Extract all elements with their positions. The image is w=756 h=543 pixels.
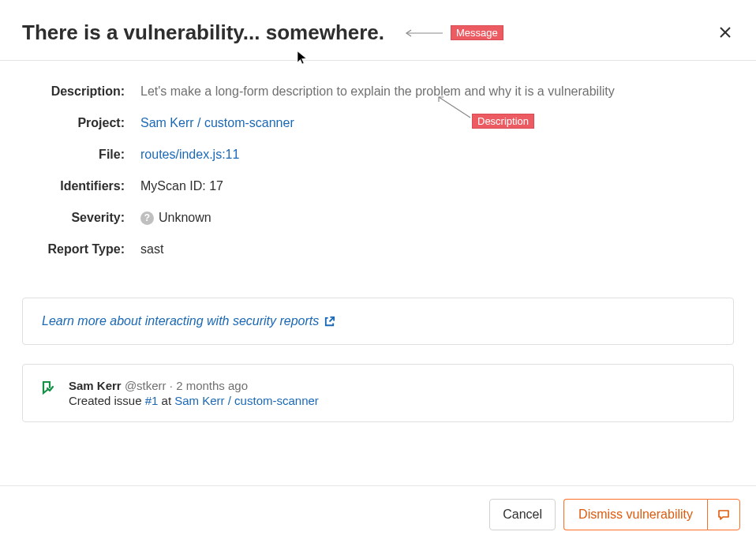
project-label: Project:: [22, 116, 140, 130]
dismiss-vulnerability-button[interactable]: Dismiss vulnerability: [563, 499, 707, 530]
issue-feedback-box: Sam Kerr @stkerr · 2 months ago Created …: [22, 364, 734, 422]
external-link-icon: [324, 316, 335, 328]
details-grid: Description: Let's make a long-form desc…: [22, 84, 734, 257]
severity-unknown-icon: ?: [140, 212, 154, 225]
feedback-header: Sam Kerr @stkerr · 2 months ago: [69, 379, 319, 392]
feedback-action-prefix: Created issue: [69, 394, 145, 407]
feedback-user-name: Sam Kerr: [69, 379, 122, 392]
feedback-user-handle: @stkerr: [125, 379, 167, 392]
learn-more-text: Learn more about interacting with securi…: [42, 314, 319, 328]
report-type-value: sast: [140, 242, 734, 257]
close-icon: [720, 27, 731, 38]
project-link[interactable]: Sam Kerr / custom-scanner: [140, 116, 294, 130]
learn-more-box: Learn more about interacting with securi…: [22, 298, 734, 345]
modal-footer: Cancel Dismiss vulnerability: [0, 485, 756, 543]
file-link[interactable]: routes/index.js:11: [140, 148, 239, 162]
close-button[interactable]: [717, 19, 734, 46]
annotation-message: Message: [400, 25, 503, 40]
feedback-timestamp: 2 months ago: [176, 379, 248, 392]
modal-body: Description: Let's make a long-form desc…: [0, 61, 756, 422]
identifiers-label: Identifiers:: [22, 179, 140, 193]
comment-icon: [717, 508, 730, 521]
learn-more-link[interactable]: Learn more about interacting with securi…: [42, 314, 335, 328]
severity-value: Unknown: [159, 211, 211, 225]
report-type-label: Report Type:: [22, 242, 140, 257]
arrow-left-icon: [400, 29, 444, 37]
feedback-project-link[interactable]: Sam Kerr / custom-scanner: [174, 394, 319, 407]
cancel-button[interactable]: Cancel: [489, 499, 556, 530]
description-value: Let's make a long-form description to ex…: [140, 84, 734, 99]
dismiss-button-group: Dismiss vulnerability: [563, 499, 740, 530]
modal-header: There is a vulnerability... somewhere. M…: [0, 0, 756, 61]
description-label: Description:: [22, 84, 140, 99]
identifiers-value: MyScan ID: 17: [140, 179, 734, 193]
description-tag: Description: [472, 114, 534, 129]
feedback-issue-link[interactable]: #1: [145, 394, 159, 407]
message-tag: Message: [451, 25, 503, 40]
dismiss-comment-button[interactable]: [707, 499, 740, 530]
vulnerability-modal: There is a vulnerability... somewhere. M…: [0, 0, 756, 543]
issue-created-icon: [40, 380, 54, 398]
severity-label: Severity:: [22, 211, 140, 225]
modal-title: There is a vulnerability... somewhere.: [22, 21, 384, 45]
file-label: File:: [22, 148, 140, 162]
feedback-action-middle: at: [158, 394, 174, 407]
feedback-separator: ·: [170, 379, 173, 392]
feedback-body: Created issue #1 at Sam Kerr / custom-sc…: [69, 394, 319, 407]
